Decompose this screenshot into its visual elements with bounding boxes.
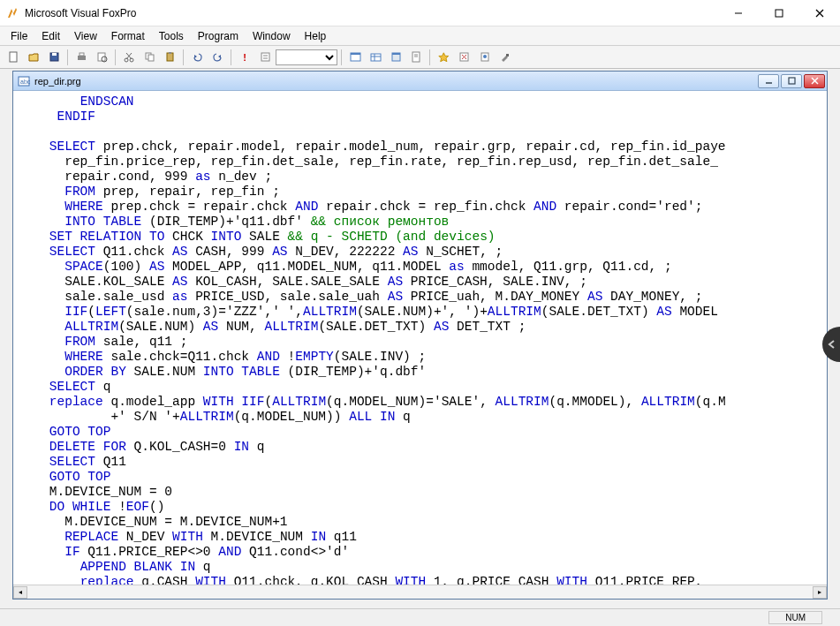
maximize-button[interactable] [759,0,799,26]
svg-rect-17 [167,53,173,61]
document-titlebar[interactable]: abc rep_dir.prg [13,72,827,91]
print-button[interactable] [72,49,91,66]
status-numlock: NUM [768,611,822,624]
document-window: abc rep_dir.prg ENDSCAN ENDIF SELECT pre… [12,71,828,600]
menu-edit[interactable]: Edit [34,28,67,44]
menubar: File Edit View Format Tools Program Wind… [0,26,840,46]
svg-point-34 [483,55,487,58]
toolbar-separator [341,49,342,65]
doc-close-button[interactable] [804,74,825,88]
svg-rect-35 [506,54,509,57]
builder-button[interactable] [495,49,514,66]
menu-format[interactable]: Format [104,28,152,44]
svg-rect-19 [261,53,269,61]
form-button[interactable] [386,49,405,66]
toolbar-separator [115,49,116,65]
doc-maximize-button[interactable] [781,74,802,88]
copy-button[interactable] [140,49,159,66]
svg-rect-7 [78,56,86,60]
svg-rect-8 [79,53,84,56]
minimize-button[interactable] [718,0,759,26]
horizontal-scrollbar[interactable]: ◂ ▸ [13,585,827,599]
command-window-button[interactable] [345,49,365,66]
svg-rect-28 [392,53,400,55]
app-title: Microsoft Visual FoxPro [25,7,718,19]
autoreport-button[interactable] [454,49,473,66]
document-filename: rep_dir.prg [34,76,758,87]
toolbar-separator [67,49,68,65]
window-controls [718,0,840,26]
toolbar-separator [183,49,184,65]
cut-button[interactable] [119,49,139,66]
menu-file[interactable]: File [4,28,34,44]
svg-rect-23 [351,53,360,55]
menu-tools[interactable]: Tools [152,28,191,44]
redo-button[interactable] [208,49,227,66]
menu-view[interactable]: View [67,28,104,44]
svg-rect-24 [371,54,381,61]
wizard-button[interactable] [474,49,494,66]
scroll-right-arrow[interactable]: ▸ [813,586,827,599]
toolbar: ! [0,46,840,69]
scroll-track[interactable] [27,586,813,599]
doc-minimize-button[interactable] [758,74,779,88]
svg-rect-6 [52,53,57,56]
database-combo[interactable] [276,49,337,65]
app-icon [5,6,19,20]
menu-program[interactable]: Program [191,28,246,44]
toolbar-separator [231,49,231,65]
svg-rect-1 [776,10,783,17]
open-button[interactable] [24,49,43,66]
close-button[interactable] [799,0,840,26]
titlebar: Microsoft Visual FoxPro [0,0,840,26]
svg-rect-39 [789,78,795,84]
scroll-left-arrow[interactable]: ◂ [13,586,27,599]
report-button[interactable] [406,49,426,66]
modify-button[interactable] [255,49,275,66]
print-preview-button[interactable] [92,49,111,66]
statusbar: NUM [0,608,840,626]
mdi-client-area: abc rep_dir.prg ENDSCAN ENDIF SELECT pre… [0,69,840,608]
run-button[interactable]: ! [235,49,254,66]
data-session-button[interactable] [366,49,385,66]
code-editor[interactable]: ENDSCAN ENDIF SELECT prep.chck, repair.m… [13,91,827,585]
svg-text:abc: abc [20,79,30,85]
svg-rect-4 [10,52,17,62]
autoform-button[interactable] [434,49,453,66]
svg-rect-18 [169,52,171,54]
document-window-controls [758,74,825,88]
undo-button[interactable] [187,49,207,66]
document-icon: abc [17,74,31,88]
menu-help[interactable]: Help [298,28,334,44]
paste-button[interactable] [160,49,179,66]
toolbar-separator [429,49,430,65]
new-button[interactable] [4,49,23,66]
save-button[interactable] [44,49,64,66]
svg-rect-16 [148,55,154,61]
menu-window[interactable]: Window [246,28,298,44]
